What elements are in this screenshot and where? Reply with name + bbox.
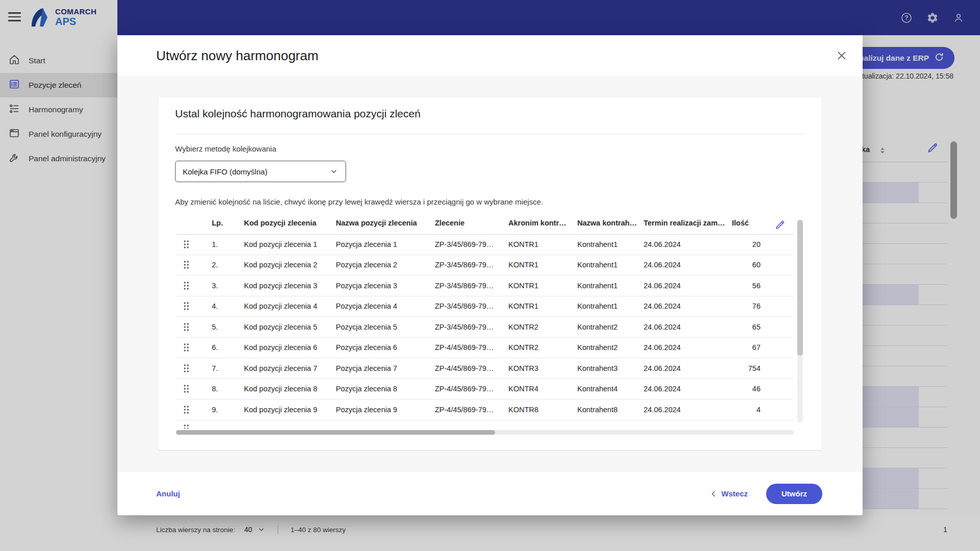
cell-akronim: KONTR1 bbox=[508, 240, 538, 248]
create-schedule-modal: Utwórz nowy harmonogram Ustal kolejność … bbox=[117, 35, 863, 515]
cell-zlecenie: ZP-3/45/869-79… bbox=[435, 240, 494, 248]
cell-kod: Kod pozycji zlecenia 4 bbox=[244, 302, 317, 310]
cell-kontrahent: Kontrahent1 bbox=[577, 302, 618, 310]
horizontal-scrollbar bbox=[176, 430, 794, 435]
back-button-label: Wstecz bbox=[721, 489, 748, 498]
cell-kod: Kod pozycji zlecenia 6 bbox=[244, 343, 317, 352]
cell-ilosc: 4 bbox=[707, 406, 761, 414]
drag-handle-icon[interactable] bbox=[183, 342, 190, 353]
column-header-akronim: Akronim kontr… bbox=[508, 219, 567, 227]
create-button[interactable]: Utwórz bbox=[766, 484, 822, 504]
sequence-card: Ustal kolejność harmonogramowania pozycj… bbox=[158, 97, 822, 450]
cell-kod: Kod pozycji zlecenia 8 bbox=[244, 385, 317, 393]
cell-termin: 24.06.2024 bbox=[644, 323, 681, 331]
column-header-zlecenie: Zlecenie bbox=[435, 219, 464, 227]
cell-kod: Kod pozycji zlecenia 1 bbox=[244, 240, 317, 248]
cell-termin: 24.06.2024 bbox=[644, 240, 681, 248]
cell-kontrahent: Kontrahent1 bbox=[577, 261, 618, 269]
order-items-table-header: Lp. Kod pozycji zlecenia Nazwa pozycji z… bbox=[176, 213, 794, 235]
cell-kontrahent: Kontrahent3 bbox=[577, 364, 618, 372]
table-row: 1.Kod pozycji zlecenia 1Pozycja zlecenia… bbox=[176, 234, 794, 255]
cell-lp: 5. bbox=[212, 323, 218, 331]
modal-title: Utwórz nowy harmonogram bbox=[156, 35, 318, 76]
back-button[interactable]: Wstecz bbox=[709, 489, 748, 498]
table-row: 9.Kod pozycji zlecenia 9Pozycja zlecenia… bbox=[176, 399, 794, 420]
cell-zlecenie: ZP-3/45/869-79… bbox=[435, 261, 494, 269]
drag-handle-icon[interactable] bbox=[183, 322, 190, 332]
cell-akronim: KONTR4 bbox=[508, 385, 538, 393]
drag-handle-icon[interactable] bbox=[183, 405, 190, 415]
method-label: Wybierz metodę kolejkowania bbox=[175, 144, 276, 153]
column-header-termin: Termin realizacji zam… bbox=[644, 219, 725, 227]
cell-zlecenie: ZP-3/45/869-79… bbox=[435, 282, 494, 290]
cell-ilosc: 65 bbox=[707, 323, 761, 331]
table-row: 7.Kod pozycji zlecenia 7Pozycja zlecenia… bbox=[176, 358, 794, 379]
cell-ilosc: 754 bbox=[707, 364, 761, 372]
modal-footer: Anuluj Wstecz Utwórz bbox=[117, 472, 863, 515]
column-header-kod: Kod pozycji zlecenia bbox=[244, 219, 316, 227]
cell-kontrahent: Kontrahent1 bbox=[577, 240, 618, 248]
section-title: Ustal kolejność harmonogramowania pozycj… bbox=[175, 108, 421, 120]
cell-kod: Kod pozycji zlecenia 5 bbox=[244, 323, 317, 331]
column-header-lp: Lp. bbox=[212, 219, 223, 227]
cell-zlecenie: ZP-4/45/869-79… bbox=[435, 406, 494, 414]
cell-akronim: KONTR1 bbox=[508, 302, 538, 310]
column-header-ilosc: Ilość bbox=[732, 219, 749, 227]
cell-akronim: KONTR1 bbox=[508, 261, 538, 269]
cell-zlecenie: ZP-4/45/869-79… bbox=[435, 385, 494, 393]
cell-kontrahent: Kontrahent2 bbox=[577, 343, 618, 352]
cell-lp: 1. bbox=[212, 240, 218, 248]
cell-nazwa: Pozycja zlecenia 2 bbox=[336, 261, 397, 269]
cell-zlecenie: ZP-4/45/869-79… bbox=[435, 343, 494, 352]
cell-akronim: KONTR2 bbox=[508, 343, 538, 352]
section-divider bbox=[175, 134, 806, 134]
cell-kontrahent: Kontrahent1 bbox=[577, 282, 618, 290]
cell-nazwa: Pozycja zlecenia 1 bbox=[336, 240, 397, 248]
cell-lp: 7. bbox=[212, 364, 218, 372]
cell-kod: Kod pozycji zlecenia 7 bbox=[244, 364, 317, 372]
table-row: 5.Kod pozycji zlecenia 5Pozycja zlecenia… bbox=[176, 317, 794, 338]
cell-ilosc: 67 bbox=[707, 343, 761, 352]
modal-header: Utwórz nowy harmonogram bbox=[117, 35, 863, 76]
table-row: 8.Kod pozycji zlecenia 8Pozycja zlecenia… bbox=[176, 379, 794, 400]
cell-akronim: KONTR2 bbox=[508, 323, 538, 331]
horizontal-scrollbar-thumb[interactable] bbox=[176, 430, 495, 435]
cell-nazwa: Pozycja zlecenia 8 bbox=[336, 385, 397, 393]
table-row: 2.Kod pozycji zlecenia 2Pozycja zlecenia… bbox=[176, 255, 794, 276]
cancel-button[interactable]: Anuluj bbox=[156, 489, 180, 498]
cell-termin: 24.06.2024 bbox=[644, 364, 681, 372]
cell-lp: 8. bbox=[212, 385, 218, 393]
cell-zlecenie: ZP-4/45/869-79… bbox=[435, 364, 494, 372]
cell-akronim: KONTR8 bbox=[508, 406, 538, 414]
cell-zlecenie: ZP-3/45/869-79… bbox=[435, 302, 494, 310]
cell-kod: Kod pozycji zlecenia 3 bbox=[244, 282, 317, 290]
drag-handle-icon[interactable] bbox=[183, 423, 190, 429]
drag-handle-icon[interactable] bbox=[183, 384, 190, 394]
drag-handle-icon[interactable] bbox=[183, 363, 190, 373]
queue-method-select[interactable]: Kolejka FIFO (domyślna) bbox=[175, 161, 346, 182]
cell-nazwa: Pozycja zlecenia 4 bbox=[336, 302, 397, 310]
cell-kontrahent: Kontrahent2 bbox=[577, 323, 618, 331]
table-row: 3.Kod pozycji zlecenia 3Pozycja zlecenia… bbox=[176, 276, 794, 296]
drag-handle-icon[interactable] bbox=[183, 301, 190, 311]
drag-handle-icon[interactable] bbox=[183, 281, 190, 291]
drag-handle-icon[interactable] bbox=[183, 239, 190, 249]
edit-pencil-icon[interactable] bbox=[774, 219, 786, 233]
cell-kod: Kod pozycji zlecenia 9 bbox=[244, 406, 317, 414]
reorder-hint: Aby zmienić kolejność na liście, chwyć i… bbox=[175, 197, 543, 206]
cell-ilosc: 76 bbox=[707, 302, 761, 310]
cell-kod: Kod pozycji zlecenia 2 bbox=[244, 261, 317, 269]
cell-termin: 24.06.2024 bbox=[644, 406, 681, 414]
cell-akronim: KONTR3 bbox=[508, 364, 538, 372]
drag-handle-icon[interactable] bbox=[183, 260, 190, 270]
cell-termin: 24.06.2024 bbox=[644, 385, 681, 393]
cell-termin: 24.06.2024 bbox=[644, 261, 681, 269]
cell-lp: 4. bbox=[212, 302, 218, 310]
vertical-scrollbar-thumb[interactable] bbox=[797, 220, 803, 356]
cell-termin: 24.06.2024 bbox=[644, 282, 681, 290]
vertical-scrollbar bbox=[797, 220, 803, 422]
close-icon[interactable] bbox=[835, 49, 848, 62]
table-row: 4.Kod pozycji zlecenia 4Pozycja zlecenia… bbox=[176, 296, 794, 317]
cell-kontrahent: Kontrahent4 bbox=[577, 385, 618, 393]
cell-lp: 3. bbox=[212, 282, 218, 290]
